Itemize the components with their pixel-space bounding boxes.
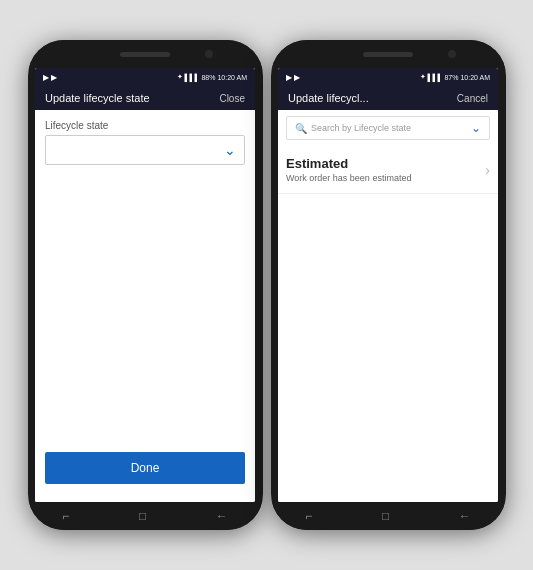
search-placeholder: Search by Lifecycle state: [311, 123, 467, 133]
status-icons-1: ▶ ▶: [43, 73, 57, 82]
status-icons-2: ▶ ▶: [286, 73, 300, 82]
status-left-1: ▶ ▶: [43, 73, 57, 82]
phone-1: ▶ ▶ ✦ ▌▌▌ 88% 10:20 AM Update lifecycle …: [28, 40, 263, 530]
app-title-2: Update lifecycl...: [288, 92, 369, 104]
search-icon: 🔍: [295, 123, 307, 134]
nav-back-icon-2[interactable]: ←: [459, 509, 471, 523]
speaker-2: [363, 52, 413, 57]
time-2: 10:20 AM: [460, 74, 490, 81]
signal-icon-2: ▌▌▌: [428, 74, 443, 81]
screen-content-1: Lifecycle state ⌄ Done: [35, 110, 255, 502]
app-title-1: Update lifecycle state: [45, 92, 150, 104]
battery-text-2: 87%: [444, 74, 458, 81]
status-right-2: ✦ ▌▌▌ 87% 10:20 AM: [420, 73, 490, 81]
camera-1: [205, 50, 213, 58]
nav-recent-icon-2[interactable]: ⌐: [305, 509, 312, 523]
list-item-title: Estimated: [286, 156, 411, 171]
nav-home-icon-2[interactable]: □: [382, 509, 389, 523]
phone-2-screen: ▶ ▶ ✦ ▌▌▌ 87% 10:20 AM Update lifecycl..…: [278, 68, 498, 502]
app-header-1: Update lifecycle state Close: [35, 86, 255, 110]
status-right-1: ✦ ▌▌▌ 88% 10:20 AM: [177, 73, 247, 81]
nav-home-icon-1[interactable]: □: [139, 509, 146, 523]
lifecycle-state-dropdown[interactable]: ⌄: [45, 135, 245, 165]
close-button-1[interactable]: Close: [219, 93, 245, 104]
bottom-nav-1: ⌐ □ ←: [28, 502, 263, 530]
bluetooth-icon-2: ✦: [420, 73, 426, 81]
status-bar-2: ▶ ▶ ✦ ▌▌▌ 87% 10:20 AM: [278, 68, 498, 86]
dropdown-chevron-icon: ⌄: [224, 142, 236, 158]
speaker-1: [120, 52, 170, 57]
lifecycle-search-bar[interactable]: 🔍 Search by Lifecycle state ⌄: [286, 116, 490, 140]
phone-2-top-bar: [271, 40, 506, 68]
camera-2: [448, 50, 456, 58]
list-item-estimated[interactable]: Estimated Work order has been estimated …: [278, 146, 498, 194]
field-label-1: Lifecycle state: [45, 120, 245, 131]
status-bar-1: ▶ ▶ ✦ ▌▌▌ 88% 10:20 AM: [35, 68, 255, 86]
list-item-info: Estimated Work order has been estimated: [286, 156, 411, 183]
bluetooth-icon-1: ✦: [177, 73, 183, 81]
status-left-2: ▶ ▶: [286, 73, 300, 82]
screen-content-2: 🔍 Search by Lifecycle state ⌄ Estimated …: [278, 110, 498, 502]
search-chevron-icon: ⌄: [471, 121, 481, 135]
list-item-chevron-icon: ›: [485, 162, 490, 178]
bottom-nav-2: ⌐ □ ←: [271, 502, 506, 530]
time-1: 10:20 AM: [217, 74, 247, 81]
nav-back-icon-1[interactable]: ←: [216, 509, 228, 523]
done-button[interactable]: Done: [45, 452, 245, 484]
battery-text-1: 88%: [201, 74, 215, 81]
phone-2: ▶ ▶ ✦ ▌▌▌ 87% 10:20 AM Update lifecycl..…: [271, 40, 506, 530]
signal-icon-1: ▌▌▌: [185, 74, 200, 81]
phone-1-top-bar: [28, 40, 263, 68]
nav-recent-icon-1[interactable]: ⌐: [62, 509, 69, 523]
list-item-subtitle: Work order has been estimated: [286, 173, 411, 183]
phone-1-screen: ▶ ▶ ✦ ▌▌▌ 88% 10:20 AM Update lifecycle …: [35, 68, 255, 502]
cancel-button[interactable]: Cancel: [457, 93, 488, 104]
app-header-2: Update lifecycl... Cancel: [278, 86, 498, 110]
